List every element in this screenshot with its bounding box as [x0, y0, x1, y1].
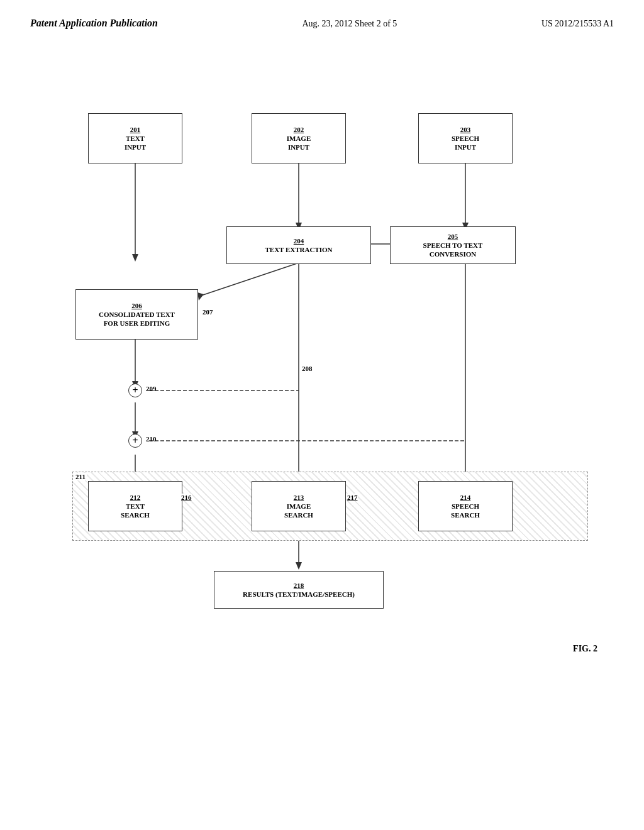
label-203: SPEECH INPUT	[452, 134, 479, 152]
svg-marker-9	[197, 292, 204, 301]
ref-203: 203	[460, 125, 471, 134]
svg-marker-21	[296, 562, 302, 570]
label-211: 211	[74, 473, 87, 480]
page-header: Patent Application Publication Aug. 23, …	[0, 0, 644, 29]
circle-209: +	[128, 384, 142, 397]
diagram-area: 201 TEXT INPUT 202 IMAGE INPUT 203 SPEEC…	[38, 101, 604, 679]
circle-210: +	[128, 434, 142, 448]
ref-218: 218	[294, 581, 304, 590]
ref-212: 212	[130, 493, 141, 502]
label-217: 217	[347, 494, 358, 501]
label-202: IMAGE INPUT	[287, 134, 311, 152]
label-204: TEXT EXTRACTION	[265, 245, 332, 254]
box-204: 204 TEXT EXTRACTION	[226, 226, 371, 264]
publication-title: Patent Application Publication	[30, 18, 158, 29]
label-207: 207	[203, 308, 213, 316]
box-201: 201 TEXT INPUT	[88, 113, 182, 163]
label-201: TEXT INPUT	[125, 134, 146, 152]
box-202: 202 IMAGE INPUT	[252, 113, 346, 163]
box-203: 203 SPEECH INPUT	[418, 113, 513, 163]
box-205: 205 SPEECH TO TEXT CONVERSION	[390, 226, 516, 264]
label-212: TEXT SEARCH	[121, 502, 150, 520]
label-216: 216	[181, 494, 192, 501]
label-208: 208	[302, 365, 313, 372]
box-206: 206 CONSOLIDATED TEXT FOR USER EDITING	[75, 289, 198, 340]
ref-201: 201	[130, 125, 141, 134]
ref-214: 214	[460, 493, 471, 502]
box-213: 213 IMAGE SEARCH	[252, 481, 346, 531]
svg-marker-1	[132, 254, 138, 262]
label-210: 210	[146, 435, 157, 443]
patent-number: US 2012/215533 A1	[541, 19, 614, 29]
ref-202: 202	[294, 125, 304, 134]
label-218: RESULTS (TEXT/IMAGE/SPEECH)	[243, 590, 355, 599]
ref-204: 204	[294, 236, 304, 245]
ref-205: 205	[448, 232, 458, 241]
box-218: 218 RESULTS (TEXT/IMAGE/SPEECH)	[214, 571, 384, 609]
label-205: SPEECH TO TEXT CONVERSION	[423, 241, 483, 259]
ref-213: 213	[294, 493, 304, 502]
box-212: 212 TEXT SEARCH	[88, 481, 182, 531]
svg-line-8	[201, 263, 299, 296]
fig-label: FIG. 2	[573, 644, 597, 654]
label-206: CONSOLIDATED TEXT FOR USER EDITING	[99, 310, 175, 328]
box-214: 214 SPEECH SEARCH	[418, 481, 513, 531]
publication-date: Aug. 23, 2012 Sheet 2 of 5	[302, 19, 397, 29]
label-213: IMAGE SEARCH	[284, 502, 313, 520]
label-209: 209	[146, 385, 157, 392]
label-214: SPEECH SEARCH	[451, 502, 480, 520]
ref-206: 206	[131, 301, 142, 310]
